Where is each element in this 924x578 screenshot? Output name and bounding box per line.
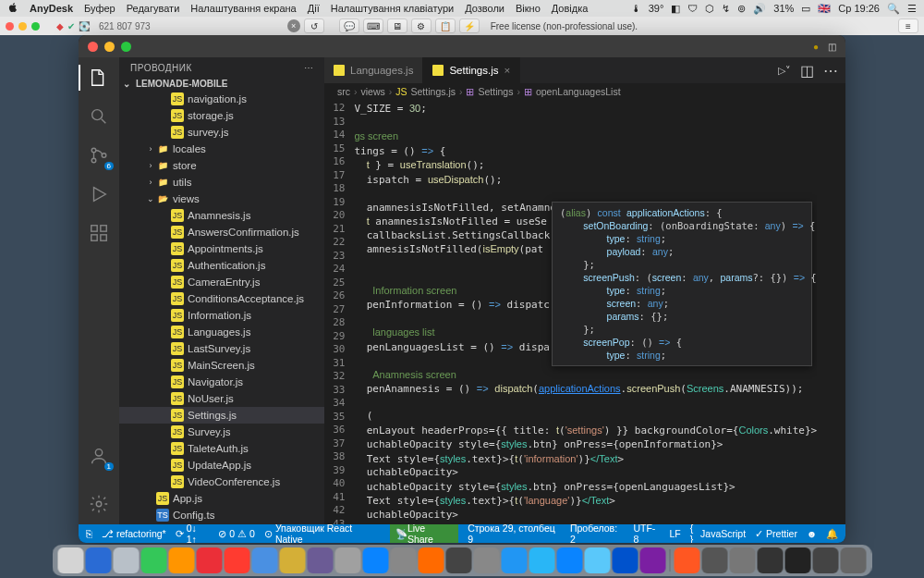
dock-app-icon[interactable]	[730, 547, 756, 573]
tab-settings[interactable]: Settings.js×	[423, 57, 520, 83]
status-eol[interactable]: LF	[669, 523, 680, 543]
status-cursor[interactable]: Строка 29, столбец 9	[468, 523, 561, 543]
dock-app-icon[interactable]	[225, 547, 250, 573]
file-item[interactable]: JSLanguages.js	[119, 324, 324, 340]
minimize-icon[interactable]	[104, 42, 115, 52]
file-item[interactable]: JSnavigation.js	[119, 91, 324, 107]
close-icon[interactable]	[88, 42, 98, 52]
status-feedback-icon[interactable]: ☻	[807, 523, 817, 543]
wifi-icon[interactable]: ⊚	[737, 3, 746, 15]
activity-settings[interactable]	[86, 491, 112, 517]
minimap[interactable]	[817, 100, 845, 524]
breadcrumb-item[interactable]: Settings	[478, 86, 513, 97]
file-item[interactable]: JSAnamnesis.js	[119, 207, 324, 224]
dock-app-icon[interactable]	[613, 547, 638, 573]
dock-app-icon[interactable]	[391, 547, 417, 573]
run-icon[interactable]: ▷˅	[778, 65, 791, 77]
window-split-icon[interactable]: ◫	[828, 42, 836, 52]
file-item[interactable]: JSAnswersConfirmation.js	[119, 224, 324, 240]
file-item[interactable]: JSsurvey.js	[119, 124, 324, 141]
close-icon[interactable]	[6, 22, 14, 31]
maximize-icon[interactable]	[31, 22, 40, 31]
activity-explorer[interactable]	[86, 65, 112, 91]
anydesk-tool-button[interactable]: ↺	[304, 18, 324, 33]
activity-account[interactable]: 1	[86, 443, 112, 469]
file-item[interactable]: JSTaleteAuth.js	[119, 440, 324, 457]
status-prettier[interactable]: ✓ Prettier	[755, 523, 797, 543]
status-problems[interactable]: ⊘ 0 ⚠ 0	[218, 528, 255, 539]
menu-edit[interactable]: Редагувати	[127, 3, 180, 14]
dock-app-icon[interactable]	[841, 547, 867, 573]
file-item[interactable]: JSAuthentication.js	[119, 257, 324, 274]
menu-permissions[interactable]: Дозволи	[465, 3, 505, 14]
dock-app-icon[interactable]	[585, 547, 611, 573]
dock-app-icon[interactable]	[675, 547, 700, 573]
minimize-icon[interactable]	[18, 22, 27, 31]
status-branch[interactable]: ⎇ refactoring*	[102, 528, 166, 539]
status-sync[interactable]: ⟳ 0↓ 1↑	[176, 523, 210, 543]
folder-item[interactable]: ›📁utils	[119, 174, 324, 191]
project-header[interactable]: ⌄ LEMONADE-MOBILE	[119, 77, 324, 91]
file-item[interactable]: JSstorage.js	[119, 107, 324, 124]
menu-buffer[interactable]: Буфер	[84, 3, 116, 14]
status-bell-icon[interactable]: 🔔	[826, 523, 838, 543]
explorer-more-icon[interactable]: ⋯	[304, 63, 314, 73]
folder-item[interactable]: ›📁store	[119, 157, 324, 174]
file-item[interactable]: JSMainScreen.js	[119, 357, 324, 374]
activity-debug[interactable]	[86, 181, 112, 207]
dock-app-icon[interactable]	[702, 547, 728, 573]
dock-app-icon[interactable]	[640, 547, 666, 573]
dock-app-icon[interactable]	[308, 547, 334, 573]
file-item[interactable]: JSSettings.js	[119, 407, 324, 424]
anydesk-tool-button[interactable]: ⌨	[363, 18, 383, 33]
dock-app-icon[interactable]	[197, 547, 223, 573]
dock-app-icon[interactable]	[557, 547, 583, 573]
activity-scm[interactable]: 6	[86, 142, 112, 168]
volume-icon[interactable]: 🔊	[753, 3, 766, 15]
dock-app-icon[interactable]	[114, 547, 140, 573]
folder-item[interactable]: ›📁locales	[119, 141, 324, 157]
breadcrumb-item[interactable]: views	[361, 86, 385, 97]
file-item[interactable]: JSLastSurvey.js	[119, 340, 324, 357]
dock-app-icon[interactable]	[529, 547, 555, 573]
dock-app-icon[interactable]	[252, 547, 278, 573]
dock-app-icon[interactable]	[141, 547, 167, 573]
breadcrumb-item[interactable]: openLanguagesList	[536, 86, 621, 97]
dock-app-icon[interactable]	[502, 547, 528, 573]
dock-app-icon[interactable]	[335, 547, 361, 573]
dock-app-icon[interactable]	[58, 547, 84, 573]
tab-close-icon[interactable]: ×	[504, 65, 510, 76]
breadcrumb-item[interactable]: src	[337, 86, 350, 97]
menubar-app-name[interactable]: AnyDesk	[30, 3, 73, 14]
dock-app-icon[interactable]	[86, 547, 112, 573]
apple-icon[interactable]	[7, 2, 18, 15]
spotlight-icon[interactable]: 🔍	[887, 3, 900, 15]
notif-icon[interactable]: ☰	[907, 3, 917, 15]
tab-languages[interactable]: Languages.js	[324, 57, 423, 83]
anydesk-menu-button[interactable]: ≡	[898, 18, 918, 33]
flag-icon[interactable]: 🇬🇧	[818, 3, 831, 15]
editor-more-icon[interactable]: ⋯	[823, 62, 838, 80]
anydesk-close-tab-icon[interactable]: ×	[287, 19, 300, 32]
status-encoding[interactable]: UTF-8	[633, 523, 660, 543]
file-item[interactable]: JSCameraEntry.js	[119, 274, 324, 290]
breadcrumbs[interactable]: src› views› JS Settings.js› ⊞Settings› ⊞…	[324, 83, 845, 100]
anydesk-tool-button[interactable]: 🖥	[387, 18, 407, 33]
dock-app-icon[interactable]	[785, 547, 811, 573]
file-item[interactable]: JSAppointments.js	[119, 240, 324, 257]
file-item[interactable]: JSVideoConference.js	[119, 473, 324, 490]
dock-app-icon[interactable]	[169, 547, 195, 573]
dock-app-icon[interactable]	[280, 547, 306, 573]
folder-item[interactable]: ⌄📂views	[119, 191, 324, 207]
dock-app-icon[interactable]	[474, 547, 500, 573]
status-lang[interactable]: { } JavaScript	[690, 523, 746, 543]
file-item[interactable]: JSInformation.js	[119, 307, 324, 324]
menu-keyboard-settings[interactable]: Налаштування клавіатури	[331, 3, 455, 14]
file-item[interactable]: JSUpdateApp.js	[119, 457, 324, 473]
status-liveshare[interactable]: 📡 Live Share	[390, 524, 458, 543]
menu-screen-settings[interactable]: Налаштування екрана	[190, 3, 296, 14]
dock-app-icon[interactable]	[813, 547, 839, 573]
dock-app-icon[interactable]	[446, 547, 472, 573]
dock-app-icon[interactable]	[363, 547, 389, 573]
file-item[interactable]: JSConditionsAcceptance.js	[119, 290, 324, 307]
